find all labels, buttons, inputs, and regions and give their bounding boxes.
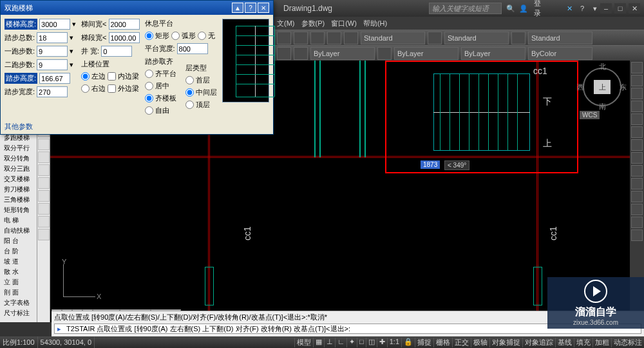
- step-w-input[interactable]: [37, 86, 68, 97]
- copy-icon[interactable]: [631, 75, 643, 86]
- move-icon[interactable]: [631, 62, 643, 73]
- tree-item[interactable]: 双分转角: [0, 153, 37, 164]
- minimize-button[interactable]: –: [600, 3, 612, 14]
- tree-item[interactable]: 散 水: [0, 267, 37, 277]
- trim-icon[interactable]: [631, 126, 643, 138]
- user-icon[interactable]: 👤: [518, 3, 529, 14]
- beam-in-check[interactable]: [108, 72, 116, 81]
- spinner-icon[interactable]: ▾: [70, 61, 73, 69]
- status-btn[interactable]: ✚: [377, 338, 387, 347]
- align-b-radio[interactable]: [145, 82, 153, 90]
- step-h-input[interactable]: [39, 73, 70, 84]
- align-d-radio[interactable]: [145, 106, 153, 115]
- rotate-icon[interactable]: [631, 88, 643, 99]
- step-count-input[interactable]: [37, 32, 68, 43]
- floor-b-radio[interactable]: [185, 88, 194, 97]
- tool-btn[interactable]: [294, 32, 308, 44]
- status-ppl[interactable]: 1:1: [387, 338, 401, 347]
- exchange-icon[interactable]: ✕: [564, 3, 574, 14]
- menu-item[interactable]: 帮助(H): [363, 19, 387, 28]
- status-toggle[interactable]: 填充: [574, 338, 592, 347]
- offset-icon[interactable]: [631, 152, 643, 164]
- tree-item[interactable]: 矩形转角: [0, 205, 37, 215]
- style-combo[interactable]: Standard: [444, 32, 509, 44]
- status-toggle[interactable]: 动态标注: [611, 338, 644, 347]
- tree-item[interactable]: 交叉楼梯: [0, 174, 37, 184]
- tree-item[interactable]: 坡 道: [0, 256, 37, 267]
- spline-icon[interactable]: [38, 229, 50, 240]
- tool-btn[interactable]: [277, 32, 291, 44]
- tree-item[interactable]: 尺寸标注: [0, 308, 37, 318]
- play-icon[interactable]: [584, 280, 607, 303]
- dialog-help-button[interactable]: ?: [245, 3, 256, 13]
- status-btn[interactable]: ∟: [335, 338, 346, 347]
- status-btn[interactable]: 🔒: [401, 338, 415, 347]
- status-toggle[interactable]: 加粗: [592, 338, 611, 347]
- view-cube[interactable]: 北 南 东 西 上 WCS: [580, 64, 625, 110]
- tree-item[interactable]: 文字表格: [0, 298, 37, 308]
- tree-item[interactable]: 剖 面: [0, 287, 37, 298]
- scale-icon[interactable]: [631, 113, 643, 125]
- menu-item[interactable]: 文(M): [277, 19, 295, 28]
- run2-input[interactable]: [37, 59, 68, 70]
- tool-btn[interactable]: [511, 32, 526, 44]
- maximize-button[interactable]: □: [614, 3, 626, 14]
- well-gap-input[interactable]: [101, 46, 132, 57]
- status-toggle[interactable]: 对象追踪: [522, 338, 555, 347]
- align-c-radio[interactable]: [145, 94, 153, 102]
- tree-item[interactable]: 阳 台: [0, 236, 37, 246]
- flight-w-input[interactable]: [109, 32, 140, 43]
- region-icon[interactable]: [38, 216, 50, 227]
- tree-item[interactable]: 自动扶梯: [0, 226, 37, 236]
- login-link[interactable]: 登录: [534, 0, 545, 18]
- tool-btn[interactable]: [277, 47, 291, 60]
- status-toggle[interactable]: 正交: [452, 338, 471, 347]
- text-icon[interactable]: [38, 151, 50, 163]
- spinner-icon[interactable]: ▾: [70, 34, 73, 42]
- search-input[interactable]: 输入关键字或短语: [429, 3, 502, 14]
- style-combo[interactable]: Standard: [528, 32, 592, 44]
- beam-out-check[interactable]: [108, 84, 116, 93]
- floor-c-radio[interactable]: [185, 101, 194, 109]
- tool-btn[interactable]: [377, 47, 392, 60]
- hatch-icon[interactable]: [38, 139, 50, 150]
- wcs-label[interactable]: WCS: [580, 111, 600, 119]
- tool-btn[interactable]: [310, 32, 325, 44]
- platform-w-input[interactable]: [177, 43, 208, 54]
- rest-none-radio[interactable]: [198, 32, 206, 40]
- array-icon[interactable]: [631, 165, 643, 177]
- stair-height-input[interactable]: [39, 19, 70, 30]
- tool-btn[interactable]: [344, 32, 358, 44]
- lineweight-combo[interactable]: ByLayer: [461, 47, 526, 60]
- pos-left-radio[interactable]: [81, 72, 90, 81]
- color-combo[interactable]: ByColor: [528, 47, 592, 60]
- rest-rect-radio[interactable]: [145, 32, 153, 40]
- status-btn[interactable]: ◫: [366, 338, 377, 347]
- well-w-input[interactable]: [109, 19, 140, 30]
- status-btn[interactable]: ⊥: [324, 338, 335, 347]
- tree-item[interactable]: 双分平行: [0, 143, 37, 153]
- tree-item[interactable]: 立 面: [0, 277, 37, 287]
- explode-icon[interactable]: [631, 204, 643, 215]
- tree-item[interactable]: 双分三跑: [0, 164, 37, 174]
- tree-item[interactable]: 台 阶: [0, 246, 37, 256]
- tree-item[interactable]: 三角楼梯: [0, 195, 37, 205]
- tree-item[interactable]: 电 梯: [0, 215, 37, 226]
- close-button[interactable]: ✕: [629, 3, 640, 14]
- rest-arc-radio[interactable]: [171, 32, 180, 40]
- search-icon[interactable]: 🔍: [506, 3, 516, 14]
- extend-icon[interactable]: [631, 139, 643, 151]
- tool-btn[interactable]: [294, 47, 308, 60]
- tool-btn[interactable]: [428, 32, 442, 44]
- status-btn[interactable]: ▦: [313, 338, 324, 347]
- menu-item[interactable]: 参数(P): [301, 19, 325, 28]
- status-toggle[interactable]: 极轴: [471, 338, 489, 347]
- chamfer-icon[interactable]: [631, 191, 643, 202]
- point-icon[interactable]: [38, 203, 50, 215]
- help-icon[interactable]: ?: [577, 3, 587, 14]
- style-combo[interactable]: Standard: [361, 32, 425, 44]
- menu-item[interactable]: 窗口(W): [331, 19, 357, 28]
- status-btn[interactable]: ✦: [346, 338, 357, 347]
- dialog-close-button[interactable]: ✕: [258, 3, 269, 13]
- dropdown-icon[interactable]: ▾: [590, 3, 600, 14]
